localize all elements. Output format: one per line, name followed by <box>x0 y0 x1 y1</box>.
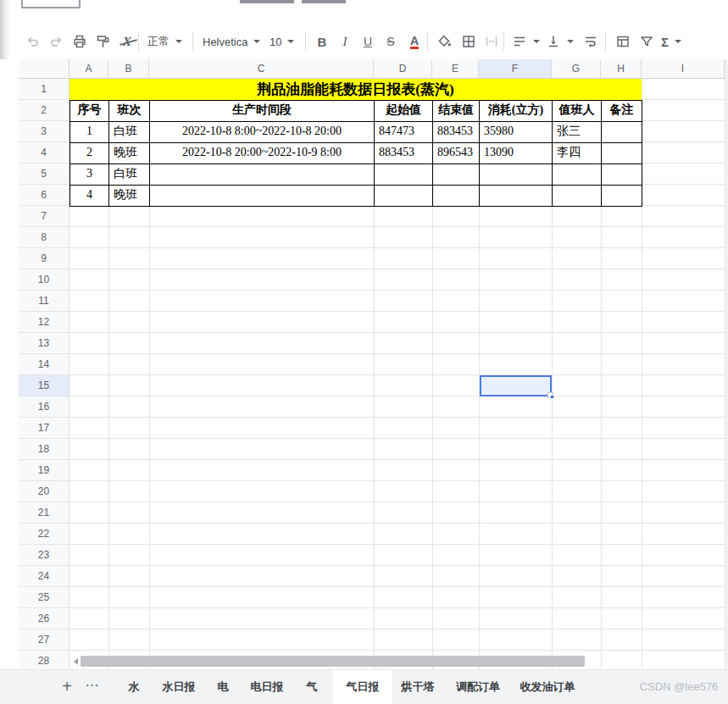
row-header-1[interactable]: 1 <box>19 79 69 100</box>
table-cell[interactable]: 2022-10-8 8:00~2022-10-8 20:00 <box>150 122 375 143</box>
merge-cells-icon[interactable] <box>482 32 501 51</box>
sheet-tab-电[interactable]: 电 <box>206 670 240 704</box>
font-size-dropdown[interactable]: 10 <box>270 32 294 51</box>
table-cell[interactable]: 883453 <box>433 122 480 143</box>
bold-button[interactable]: B <box>313 32 331 51</box>
table-cell[interactable] <box>150 186 375 207</box>
column-header-G[interactable]: G <box>552 59 601 79</box>
column-header-E[interactable]: E <box>432 59 479 79</box>
table-cell[interactable] <box>480 164 553 186</box>
table-header-cell[interactable]: 结束值 <box>433 101 480 122</box>
row-header-8[interactable]: 8 <box>19 227 69 248</box>
sheet-tab-水日报[interactable]: 水日报 <box>153 670 205 704</box>
underline-button[interactable]: U <box>358 32 377 51</box>
table-cell[interactable]: 2022-10-8 20:00~2022-10-9 8:00 <box>150 143 375 164</box>
table-cell[interactable]: 896543 <box>433 143 480 164</box>
vertical-scrollbar-track[interactable] <box>725 59 728 669</box>
horizontal-align-dropdown[interactable] <box>512 32 540 51</box>
table-cell[interactable]: 晚班 <box>109 186 150 207</box>
table-cell[interactable]: 4 <box>70 186 109 207</box>
table-cell[interactable] <box>375 164 433 186</box>
table-header-cell[interactable]: 起始值 <box>375 101 433 122</box>
add-sheet-button[interactable]: + <box>58 670 76 704</box>
select-all-corner[interactable] <box>19 59 69 79</box>
row-header-9[interactable]: 9 <box>19 248 69 269</box>
table-cell[interactable] <box>433 164 480 186</box>
fill-handle[interactable] <box>547 392 553 398</box>
table-cell[interactable]: 2 <box>70 143 109 164</box>
table-cell[interactable] <box>553 186 602 207</box>
table-cell[interactable] <box>553 164 602 186</box>
row-header-24[interactable]: 24 <box>19 566 69 587</box>
filter-icon[interactable] <box>637 32 656 51</box>
sheet-tab-气日报[interactable]: 气日报 <box>333 670 392 704</box>
row-header-22[interactable]: 22 <box>19 524 69 545</box>
table-cell[interactable] <box>602 164 642 186</box>
row-header-21[interactable]: 21 <box>19 502 69 524</box>
table-cell[interactable]: 847473 <box>375 122 433 143</box>
table-header-cell[interactable]: 值班人 <box>553 101 602 122</box>
sheet-tab-水[interactable]: 水 <box>117 670 151 704</box>
row-header-15[interactable]: 15 <box>19 375 69 396</box>
functions-dropdown[interactable]: Σ <box>661 32 681 51</box>
horizontal-scrollbar-thumb[interactable] <box>81 656 585 667</box>
row-header-17[interactable]: 17 <box>19 418 69 439</box>
table-cell[interactable]: 白班 <box>109 164 150 186</box>
text-color-button[interactable]: A <box>405 32 424 51</box>
selected-cell[interactable] <box>480 375 552 396</box>
table-cell[interactable] <box>602 186 642 207</box>
borders-icon[interactable] <box>459 32 478 51</box>
vertical-align-dropdown[interactable] <box>546 32 574 51</box>
row-header-28[interactable]: 28 <box>19 651 69 669</box>
row-header-4[interactable]: 4 <box>19 142 69 164</box>
column-header-F[interactable]: F <box>479 59 552 79</box>
sheet-tab-收发油订单[interactable]: 收发油订单 <box>512 670 583 704</box>
sheet-tab-电日报[interactable]: 电日报 <box>241 670 293 704</box>
text-wrap-icon[interactable] <box>581 32 600 51</box>
scroll-left-arrow-icon[interactable] <box>74 658 78 665</box>
table-cell[interactable]: 张三 <box>553 122 602 143</box>
row-header-12[interactable]: 12 <box>19 312 69 333</box>
all-sheets-menu-button[interactable]: ⋯ <box>81 670 103 704</box>
table-cell[interactable] <box>433 186 480 207</box>
row-header-25[interactable]: 25 <box>19 587 69 608</box>
table-header-cell[interactable]: 班次 <box>109 101 150 122</box>
font-family-dropdown[interactable]: Helvetica <box>203 32 260 51</box>
format-style-dropdown[interactable]: 正常 <box>147 32 182 51</box>
paint-format-icon[interactable] <box>94 32 113 51</box>
row-header-20[interactable]: 20 <box>19 481 69 502</box>
strikethrough-button[interactable]: S <box>381 32 400 51</box>
table-cell[interactable] <box>480 186 553 207</box>
column-header-D[interactable]: D <box>374 59 432 79</box>
row-header-26[interactable]: 26 <box>19 608 69 629</box>
table-cell[interactable] <box>375 186 433 207</box>
column-header-H[interactable]: H <box>601 59 642 79</box>
table-cell[interactable] <box>602 143 642 164</box>
table-header-cell[interactable]: 消耗(立方) <box>480 101 553 122</box>
table-cell[interactable]: 白班 <box>109 122 150 143</box>
redo-icon[interactable] <box>47 32 65 51</box>
italic-button[interactable]: I <box>336 32 354 51</box>
table-cell[interactable]: 李四 <box>553 143 602 164</box>
column-header-A[interactable]: A <box>69 59 108 79</box>
table-header-cell[interactable]: 序号 <box>70 101 109 122</box>
row-header-6[interactable]: 6 <box>19 185 69 206</box>
table-cell[interactable]: 晚班 <box>109 143 150 164</box>
sheet-tab-调配订单[interactable]: 调配订单 <box>447 670 509 704</box>
table-cell[interactable]: 35980 <box>480 122 553 143</box>
table-cell[interactable] <box>150 164 375 186</box>
row-header-2[interactable]: 2 <box>19 100 69 121</box>
row-header-14[interactable]: 14 <box>19 354 69 375</box>
table-cell[interactable]: 1 <box>70 122 109 143</box>
row-header-27[interactable]: 27 <box>19 629 69 651</box>
table-cell[interactable]: 883453 <box>375 143 433 164</box>
row-header-18[interactable]: 18 <box>19 439 69 460</box>
table-header-cell[interactable]: 生产时间段 <box>150 101 375 122</box>
insert-table-icon[interactable] <box>614 32 632 51</box>
row-header-5[interactable]: 5 <box>19 164 69 185</box>
column-header-C[interactable]: C <box>149 59 374 79</box>
row-header-7[interactable]: 7 <box>19 206 69 227</box>
table-cell[interactable]: 3 <box>70 164 109 186</box>
fill-color-icon[interactable] <box>436 32 454 51</box>
row-header-3[interactable]: 3 <box>19 121 69 142</box>
